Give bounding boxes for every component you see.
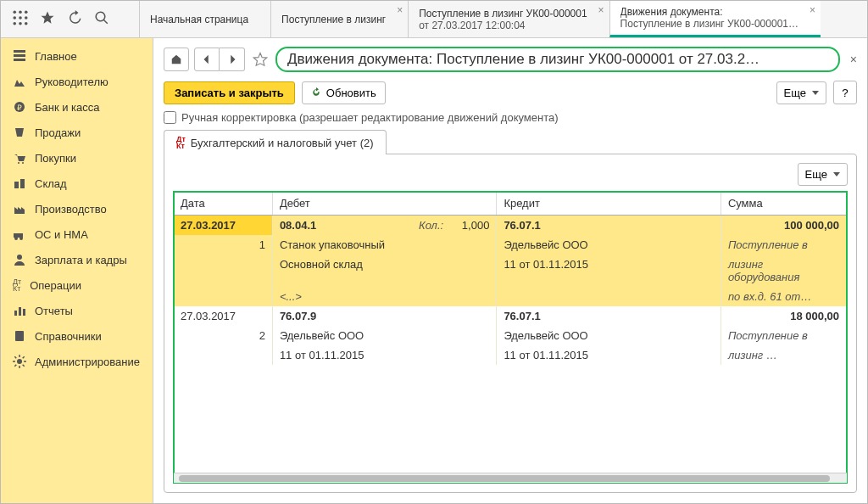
sidebar-item-admin[interactable]: Администрирование <box>1 349 153 374</box>
sidebar-item-hr[interactable]: Зарплата и кадры <box>1 247 153 272</box>
help-button[interactable]: ? <box>833 81 857 104</box>
grid-wrap: Дата Дебет Кредит Сумма 27.03.2017 08.04… <box>173 191 848 484</box>
favorite-star-icon[interactable] <box>250 51 270 68</box>
toolbar-actions: Записать и закрыть Обновить Еще ? <box>164 81 857 104</box>
sidebar-item-production[interactable]: Производство <box>1 196 153 221</box>
appbar: Начальная страница Поступление в лизинг … <box>1 1 867 38</box>
cell-date: 27.03.2017 <box>174 216 272 236</box>
sidebar-item-assets[interactable]: ОС и НМА <box>1 221 153 247</box>
sidebar-item-warehouse[interactable]: Склад <box>1 171 153 196</box>
sidebar-item-operations[interactable]: ДтКтОперации <box>1 272 153 298</box>
content: Движения документа: Поступление в лизинг… <box>153 38 867 503</box>
dtkt-icon: ДтКт <box>176 136 186 149</box>
tab-doc2[interactable]: Поступление в лизинг УК00-000001 от 27.0… <box>408 1 609 37</box>
home-button[interactable] <box>164 48 189 71</box>
close-icon[interactable]: × <box>598 4 604 16</box>
close-icon[interactable]: × <box>850 53 857 66</box>
col-credit[interactable]: Кредит <box>497 192 721 216</box>
sidebar-item-label: Продажи <box>35 126 81 139</box>
nav-group <box>194 48 245 71</box>
history-icon[interactable] <box>67 10 82 28</box>
sidebar-item-label: Справочники <box>35 330 102 343</box>
tab-label: Движения документа: <box>620 6 798 18</box>
sidebar-item-label: Склад <box>35 177 67 190</box>
forward-button[interactable] <box>220 48 245 71</box>
tab-subtitle: Поступление в лизинг УК00-000001… <box>620 18 798 30</box>
svg-point-4 <box>19 16 22 20</box>
save-close-button[interactable]: Записать и закрыть <box>164 81 295 104</box>
svg-point-6 <box>13 22 16 25</box>
horizontal-scrollbar[interactable] <box>174 473 847 483</box>
apps-icon[interactable] <box>13 10 28 28</box>
sidebar-item-label: Администрирование <box>35 356 140 368</box>
grid-header-row: Дата Дебет Кредит Сумма <box>174 192 847 216</box>
svg-point-1 <box>19 10 22 14</box>
refresh-button[interactable]: Обновить <box>302 81 386 104</box>
back-button[interactable] <box>194 48 220 71</box>
sidebar-item-manager[interactable]: Руководителю <box>1 69 153 94</box>
sidebar-item-label: Зарплата и кадры <box>35 254 127 266</box>
svg-point-8 <box>25 22 28 25</box>
cell-sum: 100 000,00 <box>721 216 846 236</box>
search-icon[interactable] <box>94 10 109 28</box>
svg-point-15 <box>22 162 24 164</box>
col-sum[interactable]: Сумма <box>721 192 846 216</box>
sidebar-item-label: Операции <box>30 279 81 292</box>
close-icon[interactable]: × <box>810 4 815 16</box>
cell-debit: 08.04.1 Кол.: 1,000 <box>272 216 497 236</box>
layout: Главное Руководителю ₽Банк и касса Прода… <box>1 38 867 503</box>
sidebar-item-dictionaries[interactable]: Справочники <box>1 323 153 349</box>
table-row[interactable]: <...> по вх.д. 61 от… <box>174 287 847 306</box>
sidebar-item-label: Покупки <box>35 152 76 165</box>
accounting-panel: Еще Дата Дебет Кредит Сумма <box>164 154 857 493</box>
svg-point-0 <box>13 10 16 14</box>
sidebar-item-label: ОС и НМА <box>35 228 88 241</box>
sidebar-item-purchases[interactable]: Покупки <box>1 145 153 171</box>
sidebar-item-label: Руководителю <box>35 76 108 88</box>
grid-more-button[interactable]: Еще <box>798 163 848 186</box>
sidebar-item-sales[interactable]: Продажи <box>1 120 153 145</box>
appbar-tools <box>1 1 139 37</box>
table-row[interactable]: 11 от 01.11.2015 11 от 01.11.2015 лизинг… <box>174 345 847 365</box>
more-button[interactable]: Еще <box>776 81 826 104</box>
accounting-tab[interactable]: ДтКт Бухгалтерский и налоговый учет (2) <box>164 130 387 154</box>
tab-label: Начальная страница <box>150 14 248 25</box>
svg-point-26 <box>17 359 22 364</box>
tab-home[interactable]: Начальная страница <box>139 1 270 37</box>
manual-edit-label: Ручная корректировка (разрешает редактир… <box>181 111 559 124</box>
svg-rect-22 <box>14 311 17 316</box>
sidebar-item-label: Главное <box>35 50 77 63</box>
col-debit[interactable]: Дебет <box>272 192 497 216</box>
table-row[interactable]: 27.03.2017 76.07.9 76.07.1 18 000,00 <box>174 306 847 326</box>
tab-label: Поступление в лизинг УК00-000001 <box>419 8 587 20</box>
svg-rect-9 <box>14 50 25 53</box>
svg-point-21 <box>17 255 22 260</box>
sidebar-item-bank[interactable]: ₽Банк и касса <box>1 94 153 120</box>
refresh-label: Обновить <box>326 87 376 99</box>
tabs: Начальная страница Поступление в лизинг … <box>139 1 867 37</box>
svg-point-19 <box>14 237 18 240</box>
manual-edit-checkbox[interactable] <box>164 111 176 124</box>
table-row[interactable]: Основной склад 11 от 01.11.2015 лизингоб… <box>174 255 847 287</box>
accounting-grid: Дата Дебет Кредит Сумма 27.03.2017 08.04… <box>174 192 847 365</box>
svg-rect-17 <box>20 179 25 188</box>
star-icon[interactable] <box>40 10 55 28</box>
col-date[interactable]: Дата <box>174 192 272 216</box>
doc-title: Движения документа: Поступление в лизинг… <box>287 51 760 68</box>
close-icon[interactable]: × <box>397 4 403 16</box>
sidebar-item-reports[interactable]: Отчеты <box>1 298 153 323</box>
svg-point-2 <box>25 10 28 14</box>
table-row[interactable]: 1 Станок упаковочный Эдельвейс ООО Посту… <box>174 235 847 255</box>
tab-doc3[interactable]: Движения документа: Поступление в лизинг… <box>609 1 821 37</box>
table-row[interactable]: 2 Эдельвейс ООО Эдельвейс ООО Поступлени… <box>174 326 847 345</box>
svg-point-5 <box>25 16 28 20</box>
tab-label: Поступление в лизинг <box>281 14 386 25</box>
sidebar-item-label: Отчеты <box>35 305 73 317</box>
table-row[interactable]: 27.03.2017 08.04.1 Кол.: 1,000 76.07.1 1… <box>174 216 847 236</box>
sidebar-item-main[interactable]: Главное <box>1 43 153 69</box>
svg-point-7 <box>19 22 22 25</box>
svg-point-14 <box>18 162 19 164</box>
tab-doc1[interactable]: Поступление в лизинг × <box>270 1 408 37</box>
accounting-tab-label: Бухгалтерский и налоговый учет (2) <box>191 137 374 149</box>
svg-rect-11 <box>14 59 25 61</box>
